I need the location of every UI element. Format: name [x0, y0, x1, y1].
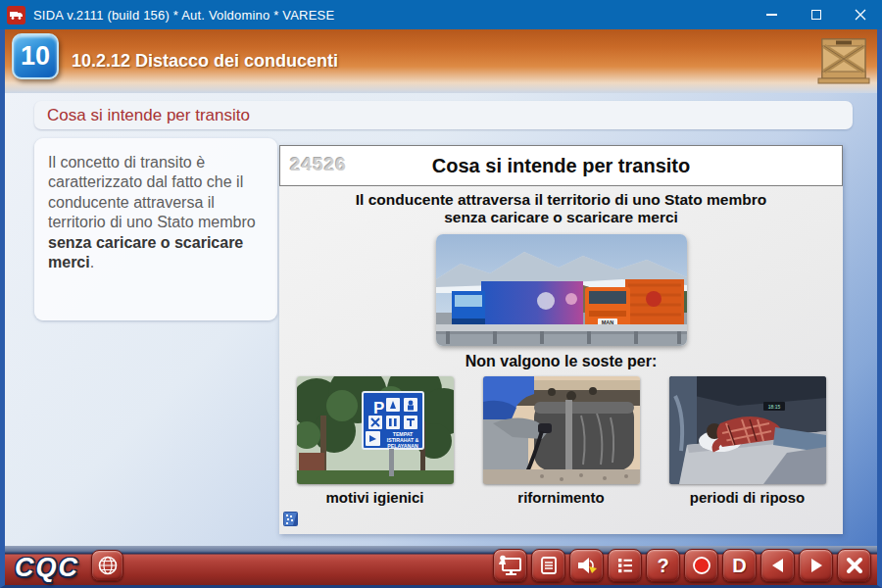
rest-area-sign-photo: P TEMPAT ISTIRAHAT &: [297, 376, 454, 484]
chapter-header: 10 10.2.12 Distacco dei conducenti: [5, 29, 877, 93]
list-index-icon: [615, 556, 635, 575]
cqc-logo: CQC: [15, 553, 79, 583]
main-area: Cosa si intende per transito Il concetto…: [5, 93, 877, 546]
chapter-title: 10.2.12 Distacco dei conducenti: [72, 51, 338, 72]
lesson-paragraph: Il concetto di transito è caratterizzato…: [48, 153, 264, 273]
previous-button[interactable]: [760, 549, 795, 582]
slide-body: Il conducente attraversa il territorio d…: [279, 186, 843, 534]
svg-text:18:15: 18:15: [767, 404, 780, 410]
titlebar: SIDA v.2111 (build 156) * Aut. Voldomino…: [0, 0, 882, 29]
globe-icon: [97, 555, 119, 576]
close-window-button[interactable]: [838, 0, 882, 29]
globe-button[interactable]: [91, 550, 123, 581]
bottom-toolbar: CQC: [5, 546, 877, 585]
maximize-button[interactable]: [794, 0, 838, 29]
slide-code: 24526: [290, 154, 347, 175]
record-icon: [691, 555, 712, 576]
card-refuel: rifornimento: [483, 376, 640, 506]
truck-app-icon: [7, 6, 25, 24]
maximize-icon: [811, 10, 821, 20]
text-page-icon: [539, 556, 559, 575]
lesson-text-panel: Il concetto di transito è caratterizzato…: [34, 138, 277, 320]
refueling-photo: [483, 376, 640, 484]
slide-panel: 24526 Cosa si intende per transito Il co…: [279, 145, 843, 534]
section-title-bar: Cosa si intende per transito: [34, 101, 853, 129]
slide-header: 24526 Cosa si intende per transito: [279, 145, 843, 186]
sleeping-driver-photo: 18:15: [669, 376, 826, 484]
caption-refuel: rifornimento: [483, 489, 640, 506]
parking-symbol: P: [373, 399, 384, 417]
slide-subtitle-line2: senza caricare o scaricare merci: [279, 209, 843, 226]
minimize-button[interactable]: [750, 0, 794, 29]
next-button[interactable]: [799, 549, 833, 582]
card-hygiene: P TEMPAT ISTIRAHAT &: [297, 376, 454, 506]
close-x-icon: [845, 556, 864, 575]
truck-plate-text: MAN: [601, 318, 613, 324]
text-page-button[interactable]: [531, 549, 565, 582]
next-arrow-icon: [807, 556, 826, 575]
chapter-10-icon: 10: [12, 33, 59, 79]
index-list-button[interactable]: [608, 549, 642, 582]
caption-hygiene: motivi igienici: [297, 489, 454, 506]
audio-button[interactable]: [569, 549, 604, 582]
crate-icon: [816, 35, 871, 90]
prev-arrow-icon: [768, 556, 788, 575]
record-button[interactable]: [684, 549, 718, 582]
presenter-screen-icon: [499, 555, 522, 576]
window-frame: 10 10.2.12 Distacco dei conducenti Cosa …: [0, 29, 882, 588]
exit-button[interactable]: [837, 549, 871, 582]
app-window: SIDA v.2111 (build 156) * Aut. Voldomino…: [0, 0, 882, 588]
help-icon: ?: [657, 555, 668, 577]
window-title: SIDA v.2111 (build 156) * Aut. Voldomino…: [33, 8, 334, 23]
close-icon: [855, 9, 866, 21]
presenter-mode-button[interactable]: [493, 549, 527, 582]
dictionary-icon: D: [732, 555, 746, 577]
sida-mini-logo-icon: [282, 511, 299, 527]
speaker-audio-icon: [575, 555, 599, 576]
transit-trucks-photo: MAN: [436, 234, 687, 346]
stops-label: Non valgono le soste per:: [279, 353, 843, 370]
help-button[interactable]: ?: [646, 549, 680, 582]
slide-title: Cosa si intende per transito: [432, 155, 690, 177]
sign-text-line3: PELAYANAN: [387, 443, 418, 449]
dictionary-button[interactable]: D: [722, 549, 757, 582]
minimize-icon: [766, 14, 777, 16]
caption-rest: periodi di riposo: [669, 489, 826, 506]
slide-subtitle-line1: Il conducente attraversa il territorio d…: [279, 191, 843, 209]
card-rest: 18:15: [669, 376, 826, 506]
